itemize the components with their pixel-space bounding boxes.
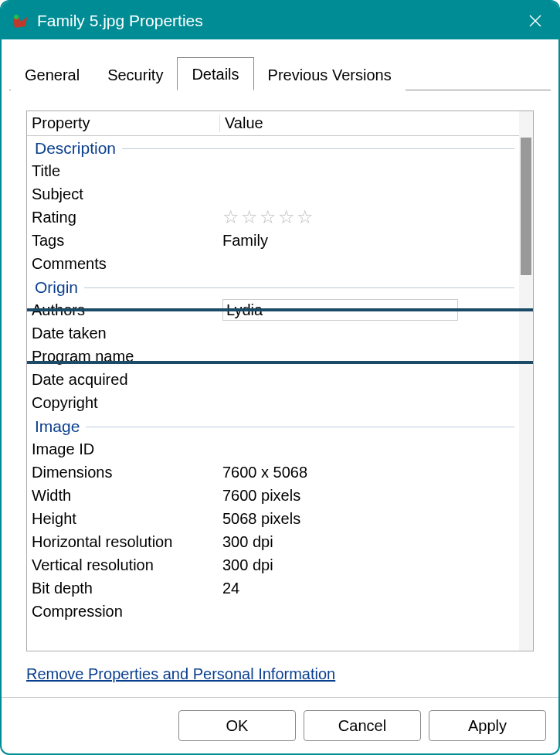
label-hres: Horizontal resolution <box>32 531 222 553</box>
label-bit-depth: Bit depth <box>32 577 222 599</box>
row-compression[interactable]: Compression <box>27 600 518 623</box>
header-value[interactable]: Value <box>225 114 533 132</box>
label-program-name: Program name <box>32 345 222 367</box>
table-header: Property Value <box>27 111 533 136</box>
rating-stars[interactable]: ☆ ☆ ☆ ☆ ☆ <box>222 206 518 228</box>
row-comments[interactable]: Comments <box>27 252 518 275</box>
cancel-button[interactable]: Cancel <box>304 710 421 741</box>
remove-properties-link[interactable]: Remove Properties and Personal Informati… <box>26 665 335 682</box>
value-comments <box>222 253 518 274</box>
label-authors: Authors <box>32 299 222 321</box>
value-compression <box>222 600 518 622</box>
dialog-footer: OK Cancel Apply <box>2 697 558 753</box>
row-copyright[interactable]: Copyright <box>27 391 518 414</box>
app-icon <box>9 10 31 32</box>
value-hres: 300 dpi <box>222 531 518 553</box>
label-tags: Tags <box>32 230 222 251</box>
label-copyright: Copyright <box>32 392 222 413</box>
section-description-label: Description <box>35 139 116 158</box>
close-icon <box>528 14 542 28</box>
properties-dialog: Family 5.jpg Properties General Security… <box>0 0 560 755</box>
tab-strip: General Security Details Previous Versio… <box>9 56 551 90</box>
value-date-taken <box>222 322 518 344</box>
star-icon[interactable]: ☆ <box>222 206 239 228</box>
label-rating: Rating <box>32 206 222 228</box>
star-icon[interactable]: ☆ <box>297 206 314 228</box>
value-title <box>222 160 518 182</box>
authors-input[interactable] <box>222 299 458 321</box>
row-rating[interactable]: Rating ☆ ☆ ☆ ☆ ☆ <box>27 206 518 229</box>
label-subject: Subject <box>32 183 222 205</box>
divider <box>84 287 514 288</box>
tab-general[interactable]: General <box>11 59 93 90</box>
row-bit-depth[interactable]: Bit depth 24 <box>27 576 518 600</box>
label-date-taken: Date taken <box>32 322 222 344</box>
row-date-taken[interactable]: Date taken <box>27 321 518 345</box>
remove-link-row: Remove Properties and Personal Informati… <box>26 651 534 688</box>
value-width: 7600 pixels <box>222 485 518 506</box>
label-dimensions: Dimensions <box>32 461 222 483</box>
value-dimensions: 7600 x 5068 <box>222 461 518 483</box>
row-subject[interactable]: Subject <box>27 182 518 206</box>
row-authors[interactable]: Authors <box>27 298 518 321</box>
row-date-acquired[interactable]: Date acquired <box>27 368 518 391</box>
close-button[interactable] <box>520 5 551 36</box>
section-image: Image <box>27 414 518 437</box>
section-description: Description <box>27 136 518 159</box>
label-date-acquired: Date acquired <box>32 369 222 390</box>
label-width: Width <box>32 485 222 506</box>
tab-security[interactable]: Security <box>93 59 177 90</box>
apply-button[interactable]: Apply <box>429 710 546 741</box>
value-subject <box>222 183 518 205</box>
value-image-id <box>222 438 518 460</box>
properties-table: Property Value Description Title <box>26 111 534 651</box>
dialog-content: General Security Details Previous Versio… <box>2 39 558 697</box>
window-title: Family 5.jpg Properties <box>37 12 520 30</box>
star-icon[interactable]: ☆ <box>241 206 258 228</box>
label-height: Height <box>32 508 222 529</box>
properties-scroll-area: Description Title Subject Rating <box>27 136 533 651</box>
row-vres[interactable]: Vertical resolution 300 dpi <box>27 553 518 576</box>
header-property[interactable]: Property <box>27 114 220 132</box>
ok-button[interactable]: OK <box>178 710 296 741</box>
label-image-id: Image ID <box>32 438 222 460</box>
svg-point-0 <box>14 15 19 19</box>
value-program-name <box>222 345 518 367</box>
row-hres[interactable]: Horizontal resolution 300 dpi <box>27 530 518 553</box>
row-width[interactable]: Width 7600 pixels <box>27 484 518 507</box>
value-vres: 300 dpi <box>222 554 518 576</box>
label-comments: Comments <box>32 253 222 274</box>
row-program-name[interactable]: Program name <box>27 345 518 368</box>
row-height[interactable]: Height 5068 pixels <box>27 507 518 530</box>
tab-details[interactable]: Details <box>177 57 253 90</box>
value-tags: Family <box>222 230 518 251</box>
star-icon[interactable]: ☆ <box>278 206 295 228</box>
row-image-id[interactable]: Image ID <box>27 437 518 461</box>
value-height: 5068 pixels <box>222 508 518 529</box>
label-vres: Vertical resolution <box>32 554 222 576</box>
section-origin-label: Origin <box>35 278 78 297</box>
star-icon[interactable]: ☆ <box>260 206 277 228</box>
divider <box>86 427 514 427</box>
divider <box>122 148 514 149</box>
tab-previous-versions[interactable]: Previous Versions <box>254 59 406 90</box>
value-date-acquired <box>222 369 518 390</box>
row-dimensions[interactable]: Dimensions 7600 x 5068 <box>27 461 518 484</box>
details-panel: Property Value Description Title <box>9 90 551 697</box>
label-compression: Compression <box>32 600 222 622</box>
row-title[interactable]: Title <box>27 159 518 182</box>
section-origin: Origin <box>27 275 518 298</box>
value-copyright <box>222 392 518 413</box>
label-title: Title <box>32 160 222 182</box>
row-tags[interactable]: Tags Family <box>27 229 518 252</box>
titlebar: Family 5.jpg Properties <box>2 2 558 39</box>
section-image-label: Image <box>35 417 80 436</box>
value-bit-depth: 24 <box>222 577 518 599</box>
